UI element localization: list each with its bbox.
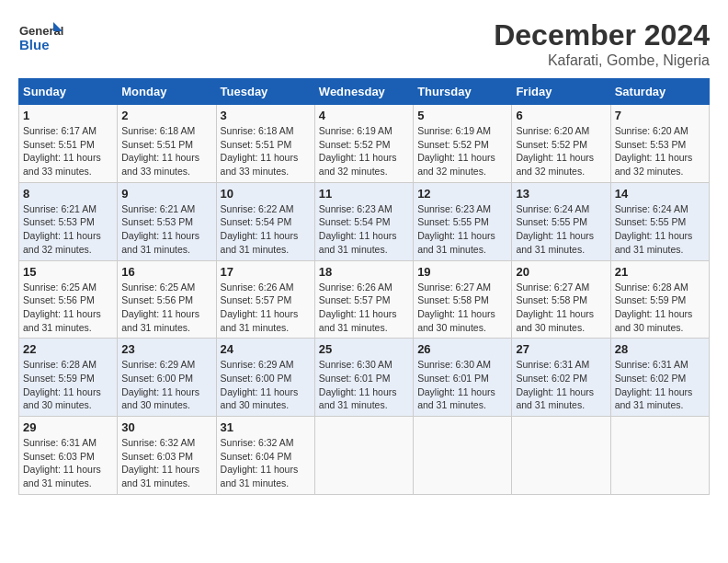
day-info: Sunrise: 6:30 AM Sunset: 6:01 PM Dayligh… [417, 358, 507, 412]
header-monday: Monday [118, 79, 216, 105]
day-number: 27 [516, 342, 606, 356]
calendar-cell: 25 Sunrise: 6:30 AM Sunset: 6:01 PM Dayl… [314, 339, 413, 417]
header-sunday: Sunday [19, 79, 118, 105]
logo: General Blue [18, 18, 64, 59]
calendar-week-4: 22 Sunrise: 6:28 AM Sunset: 5:59 PM Dayl… [19, 339, 710, 417]
day-number: 12 [417, 187, 507, 201]
calendar-cell: 8 Sunrise: 6:21 AM Sunset: 5:53 PM Dayli… [19, 182, 118, 260]
page-title: December 2024 [494, 18, 710, 52]
page-subtitle: Kafarati, Gombe, Nigeria [494, 52, 710, 69]
day-number: 2 [121, 109, 211, 122]
calendar-week-2: 8 Sunrise: 6:21 AM Sunset: 5:53 PM Dayli… [19, 182, 710, 260]
header-tuesday: Tuesday [216, 79, 314, 105]
day-number: 4 [319, 109, 409, 122]
calendar-week-3: 15 Sunrise: 6:25 AM Sunset: 5:56 PM Dayl… [19, 260, 710, 339]
header-wednesday: Wednesday [314, 79, 413, 105]
calendar-cell: 27 Sunrise: 6:31 AM Sunset: 6:02 PM Dayl… [512, 339, 610, 417]
calendar-cell: 13 Sunrise: 6:24 AM Sunset: 5:55 PM Dayl… [512, 182, 610, 260]
day-info: Sunrise: 6:19 AM Sunset: 5:52 PM Dayligh… [417, 124, 507, 178]
calendar-cell: 16 Sunrise: 6:25 AM Sunset: 5:56 PM Dayl… [118, 260, 216, 339]
day-info: Sunrise: 6:29 AM Sunset: 6:00 PM Dayligh… [121, 358, 211, 412]
day-info: Sunrise: 6:20 AM Sunset: 5:52 PM Dayligh… [516, 124, 606, 178]
calendar-cell: 20 Sunrise: 6:27 AM Sunset: 5:58 PM Dayl… [512, 260, 610, 339]
day-number: 23 [121, 342, 211, 356]
calendar-cell: 29 Sunrise: 6:31 AM Sunset: 6:03 PM Dayl… [19, 417, 118, 495]
day-info: Sunrise: 6:20 AM Sunset: 5:53 PM Dayligh… [615, 124, 705, 178]
day-number: 24 [221, 342, 311, 356]
header-saturday: Saturday [610, 79, 709, 105]
header-row: Sunday Monday Tuesday Wednesday Thursday… [19, 79, 710, 105]
day-info: Sunrise: 6:21 AM Sunset: 5:53 PM Dayligh… [121, 202, 211, 257]
day-number: 14 [615, 187, 705, 201]
day-info: Sunrise: 6:21 AM Sunset: 5:53 PM Dayligh… [23, 202, 113, 257]
day-info: Sunrise: 6:27 AM Sunset: 5:58 PM Dayligh… [417, 281, 507, 335]
logo-icon: General Blue [18, 18, 64, 59]
calendar-cell: 7 Sunrise: 6:20 AM Sunset: 5:53 PM Dayli… [610, 105, 709, 183]
day-info: Sunrise: 6:18 AM Sunset: 5:51 PM Dayligh… [121, 124, 211, 178]
day-number: 10 [221, 187, 311, 201]
day-number: 7 [615, 109, 705, 122]
day-info: Sunrise: 6:28 AM Sunset: 5:59 PM Dayligh… [615, 281, 705, 335]
calendar-cell: 23 Sunrise: 6:29 AM Sunset: 6:00 PM Dayl… [118, 339, 216, 417]
day-info: Sunrise: 6:27 AM Sunset: 5:58 PM Dayligh… [516, 281, 606, 335]
day-info: Sunrise: 6:31 AM Sunset: 6:02 PM Dayligh… [516, 358, 606, 412]
calendar-cell: 26 Sunrise: 6:30 AM Sunset: 6:01 PM Dayl… [414, 339, 512, 417]
day-info: Sunrise: 6:32 AM Sunset: 6:03 PM Dayligh… [121, 436, 211, 490]
day-info: Sunrise: 6:29 AM Sunset: 6:00 PM Dayligh… [221, 358, 311, 412]
calendar-cell [414, 417, 512, 495]
day-number: 29 [23, 420, 113, 434]
calendar-cell: 10 Sunrise: 6:22 AM Sunset: 5:54 PM Dayl… [216, 182, 314, 260]
day-info: Sunrise: 6:25 AM Sunset: 5:56 PM Dayligh… [121, 281, 211, 335]
calendar-cell: 19 Sunrise: 6:27 AM Sunset: 5:58 PM Dayl… [414, 260, 512, 339]
day-number: 3 [221, 109, 311, 122]
calendar-cell [610, 417, 709, 495]
day-number: 1 [23, 109, 113, 122]
day-info: Sunrise: 6:19 AM Sunset: 5:52 PM Dayligh… [319, 124, 409, 178]
calendar-cell: 18 Sunrise: 6:26 AM Sunset: 5:57 PM Dayl… [314, 260, 413, 339]
day-info: Sunrise: 6:23 AM Sunset: 5:55 PM Dayligh… [417, 202, 507, 257]
day-number: 17 [221, 265, 311, 279]
calendar-cell: 17 Sunrise: 6:26 AM Sunset: 5:57 PM Dayl… [216, 260, 314, 339]
calendar-cell: 12 Sunrise: 6:23 AM Sunset: 5:55 PM Dayl… [414, 182, 512, 260]
day-info: Sunrise: 6:24 AM Sunset: 5:55 PM Dayligh… [615, 202, 705, 257]
calendar-table: Sunday Monday Tuesday Wednesday Thursday… [18, 78, 710, 495]
calendar-cell: 24 Sunrise: 6:29 AM Sunset: 6:00 PM Dayl… [216, 339, 314, 417]
calendar-cell: 11 Sunrise: 6:23 AM Sunset: 5:54 PM Dayl… [314, 182, 413, 260]
calendar-cell: 31 Sunrise: 6:32 AM Sunset: 6:04 PM Dayl… [216, 417, 314, 495]
day-info: Sunrise: 6:26 AM Sunset: 5:57 PM Dayligh… [221, 281, 311, 335]
calendar-week-1: 1 Sunrise: 6:17 AM Sunset: 5:51 PM Dayli… [19, 105, 710, 183]
day-number: 9 [121, 187, 211, 201]
day-info: Sunrise: 6:30 AM Sunset: 6:01 PM Dayligh… [319, 358, 409, 412]
day-info: Sunrise: 6:31 AM Sunset: 6:02 PM Dayligh… [615, 358, 705, 412]
day-info: Sunrise: 6:26 AM Sunset: 5:57 PM Dayligh… [319, 281, 409, 335]
day-number: 28 [615, 342, 705, 356]
title-block: December 2024 Kafarati, Gombe, Nigeria [494, 18, 710, 69]
day-number: 13 [516, 187, 606, 201]
day-number: 18 [319, 265, 409, 279]
day-number: 6 [516, 109, 606, 122]
day-number: 5 [417, 109, 507, 122]
calendar-cell: 6 Sunrise: 6:20 AM Sunset: 5:52 PM Dayli… [512, 105, 610, 183]
day-info: Sunrise: 6:24 AM Sunset: 5:55 PM Dayligh… [516, 202, 606, 257]
day-number: 11 [319, 187, 409, 201]
calendar-cell: 5 Sunrise: 6:19 AM Sunset: 5:52 PM Dayli… [414, 105, 512, 183]
day-number: 30 [121, 420, 211, 434]
day-number: 19 [417, 265, 507, 279]
calendar-cell: 30 Sunrise: 6:32 AM Sunset: 6:03 PM Dayl… [118, 417, 216, 495]
calendar-cell: 14 Sunrise: 6:24 AM Sunset: 5:55 PM Dayl… [610, 182, 709, 260]
calendar-cell: 21 Sunrise: 6:28 AM Sunset: 5:59 PM Dayl… [610, 260, 709, 339]
day-number: 16 [121, 265, 211, 279]
day-info: Sunrise: 6:23 AM Sunset: 5:54 PM Dayligh… [319, 202, 409, 257]
header-friday: Friday [512, 79, 610, 105]
calendar-cell: 15 Sunrise: 6:25 AM Sunset: 5:56 PM Dayl… [19, 260, 118, 339]
day-info: Sunrise: 6:28 AM Sunset: 5:59 PM Dayligh… [23, 358, 113, 412]
svg-text:Blue: Blue [19, 37, 50, 52]
day-number: 20 [516, 265, 606, 279]
day-number: 15 [23, 265, 113, 279]
day-info: Sunrise: 6:32 AM Sunset: 6:04 PM Dayligh… [221, 436, 311, 490]
day-info: Sunrise: 6:17 AM Sunset: 5:51 PM Dayligh… [23, 124, 113, 178]
day-number: 22 [23, 342, 113, 356]
calendar-cell: 4 Sunrise: 6:19 AM Sunset: 5:52 PM Dayli… [314, 105, 413, 183]
calendar-body: 1 Sunrise: 6:17 AM Sunset: 5:51 PM Dayli… [19, 105, 710, 495]
calendar-cell: 3 Sunrise: 6:18 AM Sunset: 5:51 PM Dayli… [216, 105, 314, 183]
